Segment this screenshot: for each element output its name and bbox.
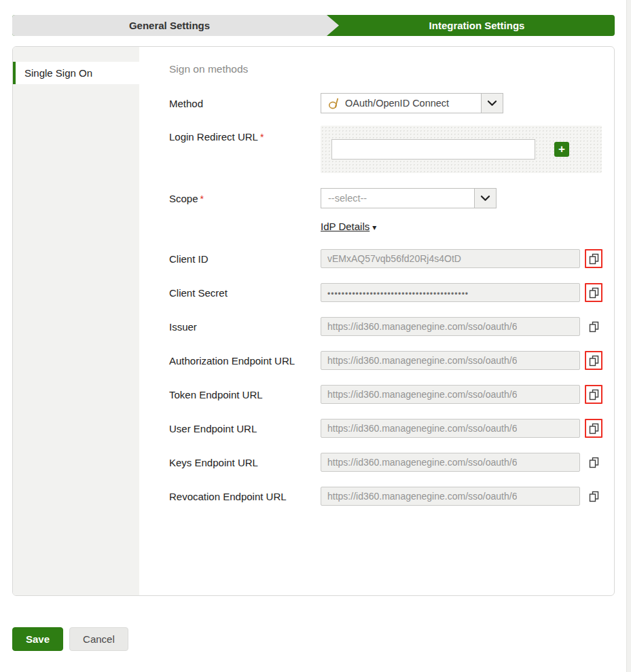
copy-icon xyxy=(589,457,599,468)
tab-general-settings-label: General Settings xyxy=(129,20,210,31)
issuer-label: Issuer xyxy=(169,320,321,333)
sidebar: Single Sign On xyxy=(13,47,139,595)
login-redirect-input[interactable] xyxy=(331,139,535,160)
page-scroll-track[interactable] xyxy=(626,0,631,672)
chevron-down-icon xyxy=(487,99,497,107)
field-row-token-endpoint: Token Endpoint URL https://id360.managen… xyxy=(169,385,614,404)
token-endpoint-value: https://id360.managenegine.com/sso/oauth… xyxy=(327,389,517,400)
tab-general-settings[interactable]: General Settings xyxy=(12,15,339,36)
authorization-endpoint-field: https://id360.managenegine.com/sso/oauth… xyxy=(321,351,580,370)
copy-icon xyxy=(589,321,599,333)
client-id-field: vEMxAQ57vqb56fd20Rj4s4OtD xyxy=(321,249,580,268)
settings-tabbar: General Settings Integration Settings xyxy=(12,15,615,36)
revocation-endpoint-value: https://id360.managenegine.com/sso/oauth… xyxy=(327,491,517,502)
method-select[interactable]: OAuth/OpenID Connect xyxy=(321,93,503,113)
copy-client-id-button[interactable] xyxy=(585,249,602,268)
copy-authorization-endpoint-button[interactable] xyxy=(585,351,602,370)
client-secret-label: Client Secret xyxy=(169,286,321,299)
chevron-down-icon xyxy=(480,194,490,202)
caret-down-icon: ▾ xyxy=(372,223,376,232)
user-endpoint-label: User Endpoint URL xyxy=(169,422,321,434)
field-row-client-id: Client ID vEMxAQ57vqb56fd20Rj4s4OtD xyxy=(169,249,614,268)
user-endpoint-field: https://id360.managenegine.com/sso/oauth… xyxy=(321,419,580,438)
revocation-endpoint-label: Revocation Endpoint URL xyxy=(169,490,321,502)
oauth-icon xyxy=(328,96,340,110)
issuer-value: https://id360.managenegine.com/sso/oauth… xyxy=(327,321,517,332)
copy-icon xyxy=(589,355,599,367)
copy-token-endpoint-button[interactable] xyxy=(585,385,602,404)
required-asterisk: * xyxy=(260,132,264,143)
method-selected-value: OAuth/OpenID Connect xyxy=(345,98,449,109)
client-id-value: vEMxAQ57vqb56fd20Rj4s4OtD xyxy=(327,253,461,264)
cancel-button[interactable]: Cancel xyxy=(69,627,128,651)
copy-revocation-endpoint-button[interactable] xyxy=(585,487,602,506)
issuer-field: https://id360.managenegine.com/sso/oauth… xyxy=(321,317,580,336)
field-row-keys-endpoint: Keys Endpoint URL https://id360.managene… xyxy=(169,453,614,472)
field-row-client-secret: Client Secret ••••••••••••••••••••••••••… xyxy=(169,283,614,302)
field-row-revocation-endpoint: Revocation Endpoint URL https://id360.ma… xyxy=(169,487,614,506)
method-dropdown-button[interactable] xyxy=(481,94,503,113)
required-asterisk: * xyxy=(200,193,204,204)
scope-dropdown-button[interactable] xyxy=(474,189,496,208)
field-row-authorization-endpoint: Authorization Endpoint URL https://id360… xyxy=(169,351,614,370)
login-redirect-label: Login Redirect URL xyxy=(169,131,258,143)
authorization-endpoint-label: Authorization Endpoint URL xyxy=(169,354,321,367)
copy-icon xyxy=(589,423,599,434)
copy-client-secret-button[interactable] xyxy=(585,283,602,302)
token-endpoint-field: https://id360.managenegine.com/sso/oauth… xyxy=(321,385,580,404)
keys-endpoint-field: https://id360.managenegine.com/sso/oauth… xyxy=(321,453,580,472)
client-id-label: Client ID xyxy=(169,253,321,265)
copy-icon xyxy=(589,287,599,299)
add-redirect-url-button[interactable]: + xyxy=(554,142,569,157)
copy-issuer-button[interactable] xyxy=(585,317,602,336)
field-row-user-endpoint: User Endpoint URL https://id360.managene… xyxy=(169,419,614,438)
idp-details-toggle[interactable]: IdP Details xyxy=(321,221,369,232)
copy-user-endpoint-button[interactable] xyxy=(585,419,602,438)
copy-icon xyxy=(589,491,599,502)
sidebar-item-single-sign-on[interactable]: Single Sign On xyxy=(13,62,139,84)
authorization-endpoint-value: https://id360.managenegine.com/sso/oauth… xyxy=(327,355,517,366)
client-secret-value: •••••••••••••••••••••••••••••••••••••••• xyxy=(327,287,469,299)
integration-settings-panel: Single Sign On Sign on methods Method OA… xyxy=(12,46,615,596)
field-row-issuer: Issuer https://id360.managenegine.com/ss… xyxy=(169,317,614,336)
scope-label: Scope xyxy=(169,193,198,204)
scope-selected-value: --select-- xyxy=(321,189,474,208)
footer-actions: Save Cancel xyxy=(12,627,128,651)
tab-integration-settings-label: Integration Settings xyxy=(429,20,525,31)
tab-integration-settings[interactable]: Integration Settings xyxy=(339,15,615,36)
copy-icon xyxy=(589,389,599,400)
save-button[interactable]: Save xyxy=(12,627,63,651)
client-secret-field: •••••••••••••••••••••••••••••••••••••••• xyxy=(321,283,580,302)
copy-icon xyxy=(589,253,599,265)
user-endpoint-value: https://id360.managenegine.com/sso/oauth… xyxy=(327,423,517,434)
sidebar-item-single-sign-on-label: Single Sign On xyxy=(24,67,92,79)
sso-content: Sign on methods Method OAuth/OpenID Conn… xyxy=(139,47,614,595)
scope-select[interactable]: --select-- xyxy=(321,188,497,208)
revocation-endpoint-field: https://id360.managenegine.com/sso/oauth… xyxy=(321,487,580,506)
keys-endpoint-value: https://id360.managenegine.com/sso/oauth… xyxy=(327,457,517,468)
method-label: Method xyxy=(169,97,321,109)
section-title: Sign on methods xyxy=(169,63,614,75)
login-redirect-group: + xyxy=(321,126,602,173)
token-endpoint-label: Token Endpoint URL xyxy=(169,388,321,400)
copy-keys-endpoint-button[interactable] xyxy=(585,453,602,472)
keys-endpoint-label: Keys Endpoint URL xyxy=(169,456,321,468)
